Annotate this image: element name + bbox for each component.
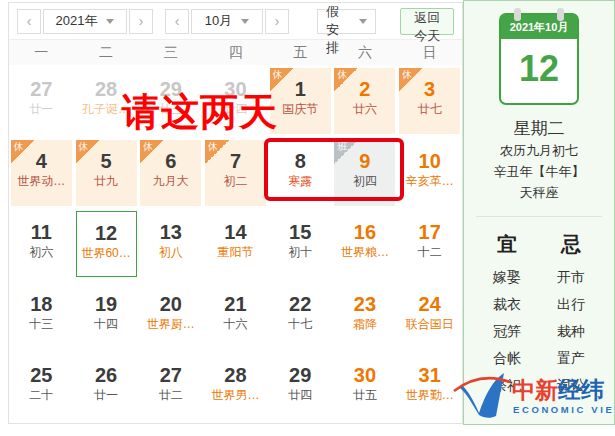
suitable-item: 冠笄	[493, 318, 521, 345]
rest-badge: 休	[11, 140, 35, 164]
toolbar: ‹ 2021年 › ‹ 10月 › 放假安排 返回今天	[9, 3, 462, 40]
day-number: 24	[399, 292, 460, 316]
logo-check-icon	[454, 373, 510, 418]
day-subtitle: 初二	[205, 173, 266, 190]
weekday-label: 日	[397, 40, 462, 65]
day-subtitle: 寒露	[270, 173, 331, 190]
calendar-cell[interactable]: 27廿二	[138, 351, 203, 423]
logo-text-cn-red: 中新	[512, 377, 558, 403]
day-subtitle: 世界粮…	[334, 244, 395, 261]
day-subtitle: 重阳节	[205, 244, 266, 261]
calendar-cell[interactable]: 休2廿六	[333, 65, 398, 137]
svg-text:中新经纬: 中新经纬	[512, 377, 604, 403]
day-number: 26	[76, 363, 137, 387]
calendar-cell[interactable]: 19十四	[74, 280, 139, 352]
weekday-label: 二	[74, 40, 139, 65]
day-subtitle: 联合国日	[399, 316, 460, 333]
calendar-cell[interactable]: 26廿一	[74, 351, 139, 423]
calendar-cell[interactable]: 班9初四	[333, 137, 398, 209]
calendar-cell[interactable]: 10辛亥革…	[397, 137, 462, 209]
avoid-item: 栽种	[557, 318, 585, 345]
calendar-panel: ‹ 2021年 › ‹ 10月 › 放假安排 返回今天 一二	[8, 2, 463, 424]
calendar-cell[interactable]: 休7初二	[203, 137, 268, 209]
calendar-cell[interactable]: 15初十	[268, 208, 333, 280]
day-subtitle: 十六	[205, 316, 266, 333]
rest-badge: 休	[334, 68, 358, 92]
calendar-cell[interactable]: 17十二	[397, 208, 462, 280]
day-subtitle: 霜降	[334, 316, 395, 333]
day-subtitle: 廿五	[334, 387, 395, 404]
avoid-title: 忌	[557, 231, 585, 258]
day-number: 15	[270, 220, 331, 244]
year-select-value: 2021年	[56, 12, 98, 30]
calendar-cell[interactable]: 休5廿九	[74, 137, 139, 209]
calendar-cell[interactable]: 休4世界动…	[9, 137, 74, 209]
day-subtitle: 辛亥革…	[399, 173, 460, 190]
calendar-cell[interactable]: 30廿五	[333, 351, 398, 423]
day-number: 29	[270, 363, 331, 387]
weekday-label: 五	[268, 40, 333, 65]
calendar-cell[interactable]: 8寒露	[268, 137, 333, 209]
calendar-app: ‹ 2021年 › ‹ 10月 › 放假安排 返回今天 一二	[0, 0, 615, 436]
day-subtitle: 九月大	[140, 173, 201, 190]
day-number: 25	[11, 363, 72, 387]
annotation-text: 请这两天	[122, 87, 278, 138]
day-subtitle: 廿六	[334, 101, 395, 118]
sidebar: 2021年10月 12 星期二 农历九月初七 辛丑年【牛年】 天秤座 宜 嫁娶裁…	[463, 0, 615, 425]
day-subtitle: 廿一	[76, 387, 137, 404]
day-number: 12	[77, 221, 136, 245]
day-subtitle: 廿四	[270, 387, 331, 404]
calendar-cell[interactable]: 29廿四	[268, 351, 333, 423]
rest-badge: 休	[140, 140, 164, 164]
day-subtitle: 世界厨…	[140, 316, 201, 333]
calendar-cell[interactable]: 24联合国日	[397, 280, 462, 352]
rest-badge: 休	[399, 68, 423, 92]
calendar-cell[interactable]: 14重阳节	[203, 208, 268, 280]
date-card-month: 2021年10月	[501, 15, 577, 39]
day-subtitle: 十七	[270, 316, 331, 333]
chevron-down-icon	[359, 19, 367, 24]
day-number: 23	[334, 292, 395, 316]
weekday-label: 六	[333, 40, 398, 65]
day-number: 27	[11, 77, 72, 101]
calendar-cell[interactable]: 休6九月大	[138, 137, 203, 209]
month-select[interactable]: 10月	[191, 9, 263, 34]
calendar-cell[interactable]: 22十七	[268, 280, 333, 352]
day-subtitle: 二十	[11, 387, 72, 404]
day-subtitle: 初六	[11, 244, 72, 261]
prev-year-button[interactable]: ‹	[17, 9, 41, 34]
day-number: 18	[11, 292, 72, 316]
calendar-cell[interactable]: 25二十	[9, 351, 74, 423]
lunar-date-label: 农历九月初七	[464, 140, 614, 161]
calendar-cell[interactable]: 13初八	[138, 208, 203, 280]
suitable-item: 嫁娶	[493, 264, 521, 291]
calendar-pin-icon	[557, 8, 564, 21]
weekday-label: 星期二	[464, 117, 614, 140]
calendar-cell[interactable]: 27廿一	[9, 65, 74, 137]
day-number: 14	[205, 220, 266, 244]
calendar-cell[interactable]: 21十六	[203, 280, 268, 352]
calendar-cell[interactable]: 28世界男…	[203, 351, 268, 423]
day-subtitle: 世界60…	[77, 245, 136, 262]
holiday-arrangement-select[interactable]: 放假安排	[317, 9, 376, 34]
calendar-cell[interactable]: 休3廿七	[397, 65, 462, 137]
ganzhi-year-label: 辛丑年【牛年】	[464, 161, 614, 182]
year-select[interactable]: 2021年	[43, 9, 127, 34]
calendar-cell[interactable]: 11初六	[9, 208, 74, 280]
work-badge: 班	[334, 140, 358, 164]
day-number: 10	[399, 149, 460, 173]
day-subtitle: 初八	[140, 244, 201, 261]
next-month-button[interactable]: ›	[265, 9, 289, 34]
rest-badge: 休	[205, 140, 229, 164]
calendar-cell[interactable]: 18十三	[9, 280, 74, 352]
calendar-cell[interactable]: 12世界60…	[74, 208, 139, 280]
next-year-button[interactable]: ›	[129, 9, 153, 34]
calendar-cell[interactable]: 23霜降	[333, 280, 398, 352]
calendar-cell[interactable]: 20世界厨…	[138, 280, 203, 352]
back-to-today-button[interactable]: 返回今天	[400, 8, 454, 35]
weekday-label: 一	[9, 40, 74, 65]
day-number: 11	[11, 220, 72, 244]
prev-month-button[interactable]: ‹	[165, 9, 189, 34]
calendar-cell[interactable]: 16世界粮…	[333, 208, 398, 280]
avoid-item: 开市	[557, 264, 585, 291]
